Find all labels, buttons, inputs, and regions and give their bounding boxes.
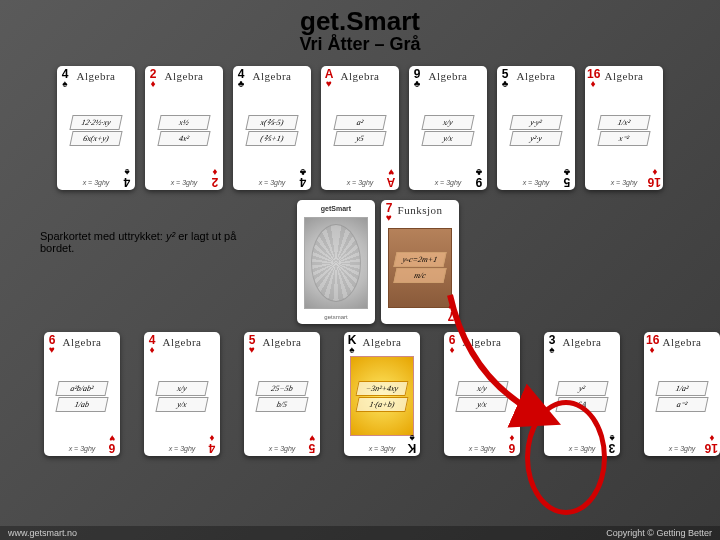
card-corner-br: 16♦ xyxy=(706,433,718,454)
playing-card[interactable]: 5♣Algebray·y²y²·yx = 3ghy5♣ xyxy=(497,66,575,190)
card-title: Algebra xyxy=(563,336,602,348)
playing-card[interactable]: 6♥Algebraa²b/ab²1/abx = 3ghy6♥ xyxy=(44,332,120,456)
card-foot: x = 3ghy xyxy=(347,179,374,186)
card-corner-br: 9♣ xyxy=(473,167,485,188)
card-expression: x/y xyxy=(455,381,508,396)
card-expression: 1/a² xyxy=(655,381,708,396)
card-body: 25−5bb/5 xyxy=(251,365,313,427)
footer-right: Copyright © Getting Better xyxy=(606,528,712,538)
card-body: 1/x²x⁻² xyxy=(593,99,655,161)
card-body: x(⅔·5)(⅖+1) xyxy=(241,99,303,161)
deck-foot: getsmart xyxy=(324,314,347,320)
card-foot: x = 3ghy xyxy=(169,445,196,452)
card-expression: 25−5b xyxy=(255,381,308,396)
card-corner-br: 7♥ xyxy=(445,301,457,322)
card-title: Algebra xyxy=(341,70,380,82)
playing-card[interactable]: 3♠Algebray²6Ax = 3ghy3♠ xyxy=(544,332,620,456)
card-body: 1/a²a⁻² xyxy=(651,365,713,427)
card-corner-tl: K♠ xyxy=(346,334,358,355)
card-expression: −3n²+4xy xyxy=(355,381,408,396)
playing-card[interactable]: 7♥Funksjony-c=2m+1m/c7♥ xyxy=(381,200,459,324)
card-title: Algebra xyxy=(263,336,302,348)
card-corner-tl: 16♦ xyxy=(587,68,599,89)
card-expression: x/y xyxy=(155,381,208,396)
card-corner-br: K♠ xyxy=(406,433,418,454)
playing-card[interactable]: 2♦Algebrax½4x²x = 3ghy2♦ xyxy=(145,66,223,190)
card-expression: y/x xyxy=(155,397,208,412)
card-corner-br: 2♦ xyxy=(209,167,221,188)
card-corner-tl: 6♦ xyxy=(446,334,458,355)
card-title: Algebra xyxy=(253,70,292,82)
footer: www.getsmart.no Copyright © Getting Bett… xyxy=(0,526,720,540)
playing-card[interactable]: getSmartgetsmart xyxy=(297,200,375,324)
card-corner-tl: 3♠ xyxy=(546,334,558,355)
card-body: x½4x² xyxy=(153,99,215,161)
card-foot: x = 3ghy xyxy=(69,445,96,452)
card-expression: 1/ab xyxy=(55,397,108,412)
card-foot: x = 3ghy xyxy=(469,445,496,452)
card-title: Algebra xyxy=(163,336,202,348)
card-body: x/yy/x xyxy=(151,365,213,427)
card-expression: y-c=2m+1 xyxy=(393,252,446,267)
card-corner-br: 6♦ xyxy=(506,433,518,454)
playing-card[interactable]: 6♦Algebrax/yy/xx = 3ghy6♦ xyxy=(444,332,520,456)
card-foot: x = 3ghy xyxy=(369,445,396,452)
page-title: get.Smart xyxy=(0,8,720,34)
card-expression: m/c xyxy=(393,268,446,283)
card-foot: x = 3ghy xyxy=(523,179,550,186)
playing-card[interactable]: 16♦Algebra1/a²a⁻²x = 3ghy16♦ xyxy=(644,332,720,456)
card-body: y-c=2m+1m/c xyxy=(388,228,452,308)
card-corner-tl: 5♣ xyxy=(499,68,511,89)
playing-card[interactable]: 4♦Algebrax/yy/xx = 3ghy4♦ xyxy=(144,332,220,456)
card-title: Algebra xyxy=(663,336,702,348)
card-expression: x/y xyxy=(421,115,474,130)
card-corner-tl: 2♦ xyxy=(147,68,159,89)
card-corner-br: 5♥ xyxy=(306,433,318,454)
card-foot: x = 3ghy xyxy=(83,179,110,186)
playing-card[interactable]: 4♠Algebra12·2½·xy6x(x+y)x = 3ghy4♠ xyxy=(57,66,135,190)
card-foot: x = 3ghy xyxy=(435,179,462,186)
card-body: a²b/ab²1/ab xyxy=(51,365,113,427)
card-title: Algebra xyxy=(363,336,402,348)
card-expression: x⁻² xyxy=(597,131,650,146)
card-row-bottom: 6♥Algebraa²b/ab²1/abx = 3ghy6♥4♦Algebrax… xyxy=(0,332,720,456)
card-corner-tl: 16♦ xyxy=(646,334,658,355)
playing-card[interactable]: 16♦Algebra1/x²x⁻²x = 3ghy16♦ xyxy=(585,66,663,190)
card-row-top: 4♠Algebra12·2½·xy6x(x+y)x = 3ghy4♠2♦Alge… xyxy=(0,66,720,190)
card-foot: x = 3ghy xyxy=(669,445,696,452)
card-title: Funksjon xyxy=(398,204,443,216)
card-corner-br: 3♠ xyxy=(606,433,618,454)
card-body: −3n²+4xy1·(a+b) xyxy=(350,356,414,436)
card-body: x/yy/x xyxy=(417,99,479,161)
playing-card[interactable]: K♠Algebra−3n²+4xy1·(a+b)x = 3ghyK♠ xyxy=(344,332,420,456)
card-expression: a⁻² xyxy=(655,397,708,412)
card-expression: 1·(a+b) xyxy=(355,397,408,412)
header: get.Smart Vri Åtter – Grå xyxy=(0,0,720,61)
card-expression: 6A xyxy=(555,397,608,412)
card-corner-br: A♥ xyxy=(385,167,397,188)
card-foot: x = 3ghy xyxy=(569,445,596,452)
card-corner-br: 5♣ xyxy=(561,167,573,188)
playing-card[interactable]: 5♥Algebra25−5bb/5x = 3ghy5♥ xyxy=(244,332,320,456)
card-expression: y²·y xyxy=(509,131,562,146)
playing-card[interactable]: 4♣Algebrax(⅔·5)(⅖+1)x = 3ghy4♣ xyxy=(233,66,311,190)
card-foot: x = 3ghy xyxy=(611,179,638,186)
caption-pre: Sparkortet med uttrykket: xyxy=(40,230,166,242)
card-expression: 1/x² xyxy=(597,115,650,130)
card-corner-br: 16♦ xyxy=(649,167,661,188)
card-foot: x = 3ghy xyxy=(269,445,296,452)
card-expression: x(⅔·5) xyxy=(245,115,298,130)
card-corner-br: 4♣ xyxy=(297,167,309,188)
card-corner-br: 4♦ xyxy=(206,433,218,454)
card-title: Algebra xyxy=(63,336,102,348)
card-expression: a² xyxy=(333,115,386,130)
card-expression: a²b/ab² xyxy=(55,381,108,396)
card-expression: x½ xyxy=(157,115,210,130)
playing-card[interactable]: 9♣Algebrax/yy/xx = 3ghy9♣ xyxy=(409,66,487,190)
deck-title: getSmart xyxy=(321,205,351,212)
card-body: x/yy/x xyxy=(451,365,513,427)
deck-pattern xyxy=(304,217,368,309)
playing-card[interactable]: A♥Algebraa²y5x = 3ghyA♥ xyxy=(321,66,399,190)
card-expression: y/x xyxy=(455,397,508,412)
card-title: Algebra xyxy=(165,70,204,82)
